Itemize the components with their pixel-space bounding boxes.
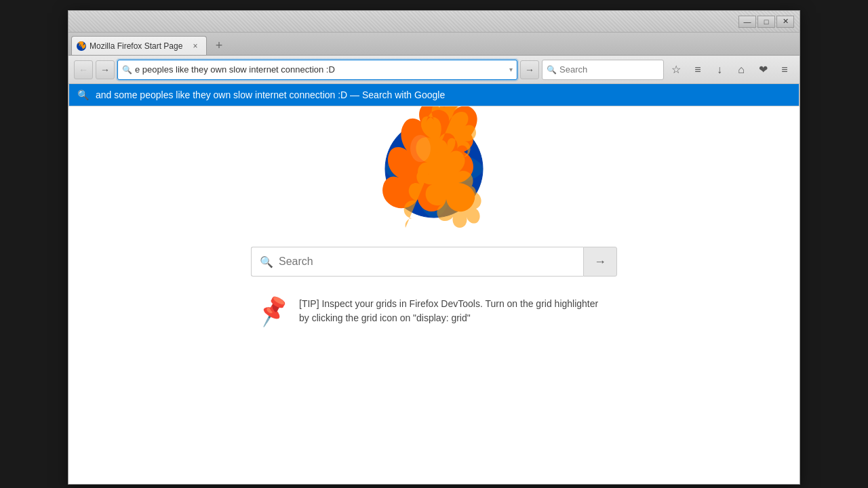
url-bar-container: 🔍 ▾ [117, 60, 517, 80]
close-button[interactable]: ✕ [776, 16, 794, 28]
forward-button[interactable]: → [96, 60, 115, 79]
tab-title: Mozilla Firefox Start Page [90, 41, 187, 51]
browser-window: — □ ✕ Mozilla Firefox Start Page × + ← →… [68, 10, 800, 485]
url-input[interactable] [135, 64, 507, 75]
bookmark-button[interactable]: ☆ [667, 60, 686, 79]
autocomplete-item[interactable]: 🔍 and some peoples like they own slow in… [69, 84, 799, 106]
firefox-logo [366, 98, 502, 233]
main-search-input[interactable] [279, 256, 575, 268]
search-input[interactable] [559, 64, 673, 75]
back-button[interactable]: ← [74, 60, 93, 79]
go-button[interactable]: → [520, 60, 539, 79]
tab-favicon [76, 41, 87, 52]
new-tab-button[interactable]: + [210, 37, 229, 54]
toolbar: ← → 🔍 ▾ → 🔍 ☆ ≡ ↓ ⌂ ❤ ≡ 🔍 and some peopl… [68, 56, 800, 84]
content-area: 🔍 → 📌 [TIP] Inspect your grids in Firefo… [68, 84, 800, 484]
maximize-button[interactable]: □ [757, 16, 775, 28]
tab-close-button[interactable]: × [190, 41, 201, 52]
main-search-button[interactable]: → [583, 247, 617, 277]
main-search-go-icon: → [594, 255, 606, 269]
firefox-logo-area [366, 98, 502, 233]
search-bar-container: 🔍 [542, 60, 664, 80]
search-icon-auto: 🔍 [77, 89, 89, 100]
minimize-button[interactable]: — [738, 16, 756, 28]
title-bar: — □ ✕ [68, 11, 800, 33]
main-search-input-container: 🔍 [251, 247, 583, 277]
window-controls: — □ ✕ [738, 16, 794, 28]
url-dropdown-arrow[interactable]: ▾ [509, 66, 513, 73]
pocket-button[interactable]: ❤ [753, 60, 772, 79]
download-button[interactable]: ↓ [710, 60, 729, 79]
svg-point-5 [410, 135, 431, 162]
main-search-area: 🔍 → [251, 247, 617, 277]
autocomplete-dropdown[interactable]: 🔍 and some peoples like they own slow in… [68, 84, 800, 106]
menu-button[interactable]: ≡ [775, 60, 794, 79]
autocomplete-text: and some peoples like they own slow inte… [96, 89, 445, 100]
tip-text: [TIP] Inspect your grids in Firefox DevT… [299, 297, 610, 325]
reader-button[interactable]: ≡ [688, 60, 707, 79]
home-button[interactable]: ⌂ [732, 60, 751, 79]
tab-bar: Mozilla Firefox Start Page × + [68, 33, 800, 56]
tip-pin-icon: 📌 [254, 293, 291, 329]
tip-section: 📌 [TIP] Inspect your grids in Firefox De… [251, 297, 617, 325]
active-tab[interactable]: Mozilla Firefox Start Page × [71, 36, 207, 55]
